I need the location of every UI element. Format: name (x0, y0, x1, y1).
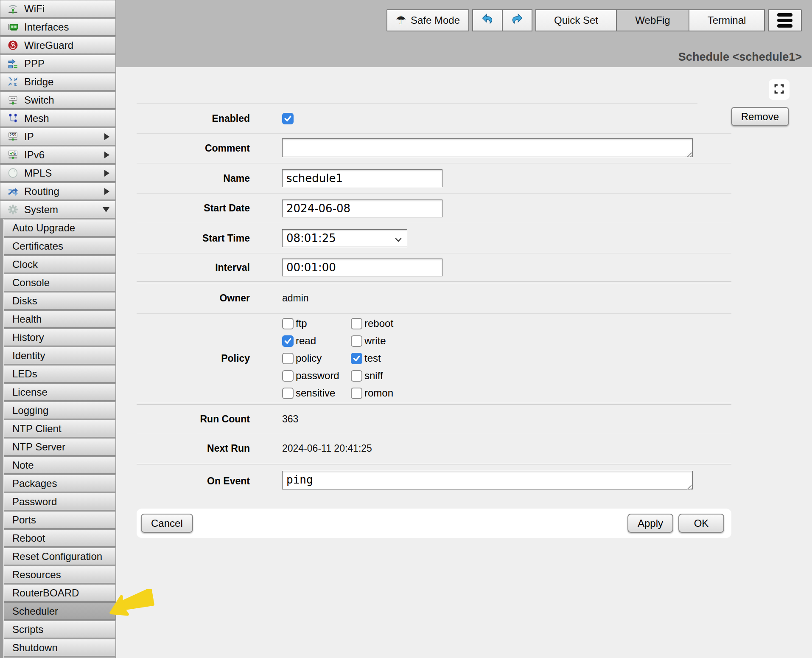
sidebar-item-routerboard[interactable]: RouterBOARD (4, 584, 116, 602)
wifi-icon (6, 3, 19, 15)
on-event-textarea[interactable]: ping (282, 471, 693, 489)
switch-icon (6, 94, 19, 107)
sidebar-item-leds[interactable]: LEDs (4, 365, 116, 382)
sidebar-item-clock[interactable]: Clock (4, 256, 116, 273)
hamburger-icon (777, 13, 792, 17)
sidebar-item-console[interactable]: Console (4, 274, 116, 291)
sidebar-item-label: System (24, 204, 58, 216)
redo-icon (511, 13, 524, 28)
start-time-select[interactable]: 08:01:25 (282, 229, 407, 247)
tab-quick-set[interactable]: Quick Set (535, 9, 617, 31)
sidebar-item-disks[interactable]: Disks (4, 292, 116, 309)
form-row-start-time: Start Time 08:01:25 (137, 223, 731, 253)
enabled-checkbox[interactable] (282, 113, 294, 124)
form-row-start-date: Start Date (137, 194, 731, 223)
ppp-icon (6, 57, 19, 70)
sidebar-item-ntp-server[interactable]: NTP Server (4, 438, 116, 456)
policy-ftp-checkbox[interactable]: ftp (282, 318, 351, 329)
sidebar-item-health[interactable]: Health (4, 310, 116, 328)
policy-policy-checkbox[interactable]: policy (282, 352, 351, 364)
policy-test-checkbox[interactable]: test (351, 352, 393, 364)
mpls-icon (6, 167, 19, 180)
tab-terminal[interactable]: Terminal (689, 9, 765, 31)
sidebar-item-reset-configuration[interactable]: Reset Configuration (4, 548, 116, 565)
ok-button[interactable]: OK (678, 514, 724, 533)
undo-redo-group (472, 9, 532, 31)
expand-down-icon (103, 207, 109, 212)
sidebar: WiFi Interfaces WireGuard PPP Bridge Swi… (0, 0, 116, 658)
start-date-input[interactable] (282, 200, 442, 217)
wireguard-icon (6, 39, 19, 52)
bridge-icon (6, 76, 19, 88)
sidebar-item-ipv6[interactable]: 6 IPv6 (0, 146, 116, 163)
sidebar-item-wifi[interactable]: WiFi (0, 0, 116, 17)
policy-read-checkbox[interactable]: read (282, 335, 351, 347)
sidebar-item-routing[interactable]: Routing (0, 183, 116, 200)
top-toolbar: ☂ Safe Mode Quick Set WebFig Terminal (386, 9, 802, 31)
schedule-form: Enabled Comment Name (137, 67, 731, 538)
expand-right-icon (104, 133, 109, 140)
sidebar-item-bridge[interactable]: Bridge (0, 73, 116, 90)
sidebar-item-switch[interactable]: Switch (0, 91, 116, 109)
sidebar-item-password[interactable]: Password (4, 493, 116, 510)
sidebar-item-certificates[interactable]: Certificates (4, 237, 116, 255)
policy-sensitive-checkbox[interactable]: sensitive (282, 387, 351, 399)
policy-sniff-checkbox[interactable]: sniff (351, 370, 393, 382)
sidebar-item-scheduler[interactable]: Scheduler (4, 602, 116, 620)
policy-romon-checkbox[interactable]: romon (351, 387, 393, 399)
ipv6-icon: 6 (6, 149, 19, 161)
policy-password-checkbox[interactable]: password (282, 370, 351, 382)
policy-reboot-checkbox[interactable]: reboot (351, 318, 393, 329)
sidebar-item-logging[interactable]: Logging (4, 402, 116, 419)
tab-webfig[interactable]: WebFig (616, 9, 689, 31)
sidebar-item-identity[interactable]: Identity (4, 347, 116, 364)
chevron-down-icon (395, 232, 402, 245)
sidebar-item-system[interactable]: System (0, 201, 116, 218)
next-run-value: 2024-06-11 20:41:25 (282, 443, 372, 454)
expand-right-icon (104, 188, 109, 195)
undo-icon (481, 13, 494, 28)
form-row-name: Name (137, 163, 731, 194)
interval-input[interactable] (282, 259, 442, 276)
fullscreen-button[interactable] (769, 79, 790, 100)
sidebar-item-ip[interactable]: 255 IP (0, 128, 116, 145)
apply-button[interactable]: Apply (627, 514, 673, 533)
form-row-comment: Comment (137, 134, 731, 163)
sidebar-item-ppp[interactable]: PPP (0, 55, 116, 72)
sidebar-item-ntp-client[interactable]: NTP Client (4, 420, 116, 437)
on-event-label: On Event (137, 475, 250, 487)
sidebar-item-interfaces[interactable]: Interfaces (0, 18, 116, 36)
page-title: Schedule <schedule1> (678, 51, 802, 64)
sidebar-item-resources[interactable]: Resources (4, 566, 116, 583)
sidebar-item-packages[interactable]: Packages (4, 475, 116, 492)
form-row-enabled: Enabled (137, 104, 731, 134)
sidebar-item-mpls[interactable]: MPLS (0, 164, 116, 182)
sidebar-item-label: Routing (24, 186, 59, 197)
interfaces-icon (6, 21, 19, 34)
sidebar-item-mesh[interactable]: Mesh (0, 110, 116, 127)
sidebar-item-history[interactable]: History (4, 329, 116, 346)
sidebar-item-scripts[interactable]: Scripts (4, 621, 116, 638)
owner-label: Owner (137, 292, 250, 304)
policy-write-checkbox[interactable]: write (351, 335, 393, 347)
form-row-policy: Policy ftp reboot read write policy test… (137, 314, 731, 405)
sidebar-item-note[interactable]: Note (4, 456, 116, 474)
sidebar-item-wireguard[interactable]: WireGuard (0, 37, 116, 54)
sidebar-item-license[interactable]: License (4, 383, 116, 401)
cancel-button[interactable]: Cancel (141, 514, 193, 533)
redo-button[interactable] (502, 9, 532, 31)
safe-mode-button[interactable]: ☂ Safe Mode (386, 9, 469, 31)
undo-button[interactable] (472, 9, 503, 31)
sidebar-item-reboot[interactable]: Reboot (4, 529, 116, 547)
sidebar-item-ports[interactable]: Ports (4, 511, 116, 529)
sidebar-item-label: WireGuard (24, 39, 73, 51)
fullscreen-icon (773, 83, 785, 96)
umbrella-icon: ☂ (396, 14, 406, 26)
hamburger-menu-button[interactable] (768, 9, 802, 31)
name-input[interactable] (282, 169, 442, 187)
sidebar-item-auto-upgrade[interactable]: Auto Upgrade (4, 219, 116, 236)
remove-button[interactable]: Remove (731, 107, 789, 126)
sidebar-item-shutdown[interactable]: Shutdown (4, 639, 116, 656)
comment-textarea[interactable] (282, 138, 693, 157)
next-run-label: Next Run (137, 443, 250, 454)
